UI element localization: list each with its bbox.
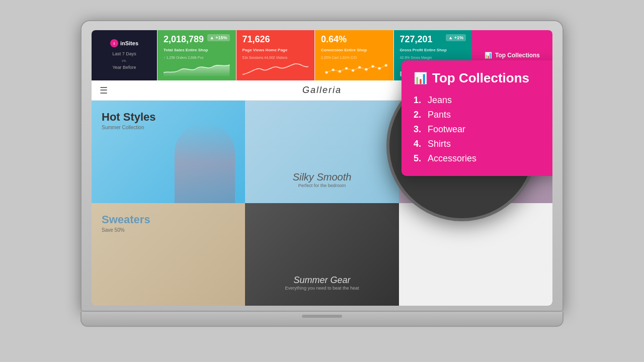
compare-period: Year Before — [112, 64, 136, 71]
panel-silky: Silky Smooth Perfect for the bedroom — [245, 101, 398, 203]
collection-item-footwear: 3. Footwear — [414, 122, 550, 137]
svg-line-16 — [366, 66, 373, 69]
item-name-1: Jeans — [428, 95, 452, 106]
sweaters-subtitle: Save 50% — [102, 227, 150, 233]
svg-line-17 — [373, 66, 379, 68]
item-num-2: 2. — [414, 110, 424, 120]
metric-header-conv: 0.64% — [321, 34, 387, 45]
hot-styles-label: Hot Styles Summer Collection — [102, 111, 156, 130]
screen-content: i inSites Last 7 Days vs. Year Before 2,… — [92, 30, 552, 306]
collections-card: 📊 Top Collections 1. Jeans 2. Pants — [401, 60, 552, 176]
insites-logo-icon: i — [110, 39, 118, 47]
current-period: Last 7 Days — [112, 50, 136, 57]
gp-value: 727,201 — [400, 34, 433, 45]
collection-item-shirts: 4. Shirts — [414, 137, 550, 151]
pv-value: 71,626 — [243, 34, 270, 45]
model-figure — [175, 123, 235, 203]
conv-value: 0.64% — [321, 34, 347, 45]
conv-label: Conversion Entire Shop — [321, 48, 387, 52]
insites-panel: i inSites Last 7 Days vs. Year Before — [92, 30, 157, 80]
item-name-3: Footwear — [428, 124, 465, 135]
conv-chart — [321, 62, 387, 76]
metric-total-sales: 2,018,789 ▲ +15% Total Sales Entire Shop… — [157, 30, 236, 80]
sales-label: Total Sales Entire Shop — [164, 48, 230, 52]
gp-label: Gross Profit Entire Shop — [400, 48, 466, 52]
svg-line-12 — [340, 68, 346, 71]
laptop-lid: i inSites Last 7 Days vs. Year Before 2,… — [80, 20, 564, 312]
hot-styles-subtitle: Summer Collection — [102, 125, 156, 130]
summer-title: Summer Gear — [245, 275, 398, 286]
summer-sub: Everything you need to beat the heat — [245, 286, 398, 291]
store-logo: Galleria — [302, 85, 342, 96]
vs-label: vs. — [112, 58, 136, 64]
sweaters-title: Sweaters — [102, 213, 150, 226]
date-range: Last 7 Days vs. Year Before — [112, 50, 136, 71]
insites-logo: i inSites — [110, 39, 138, 47]
item-num-4: 4. — [414, 139, 424, 149]
hamburger-icon[interactable]: ☰ — [100, 85, 108, 96]
svg-line-15 — [360, 67, 366, 69]
laptop-container: i inSites Last 7 Days vs. Year Before 2,… — [80, 20, 564, 342]
metric-header-gp: 727,201 ▲ +1% — [400, 34, 466, 45]
summer-label: Summer Gear Everything you need to beat … — [245, 275, 398, 291]
item-num-3: 3. — [414, 124, 424, 135]
sweaters-label: Sweaters Save 50% — [102, 213, 150, 233]
panel-sweaters: Sweaters Save 50% — [92, 203, 245, 306]
panel-hot-styles: Hot Styles Summer Collection — [92, 101, 245, 203]
svg-line-18 — [379, 65, 386, 68]
sales-sub: ↑ 1,256 Orders 2,668 Pcs — [164, 56, 230, 59]
tc-btn-icon: 📊 — [485, 52, 492, 59]
sales-chart — [164, 62, 230, 76]
metric-page-views: 71,626 Page Views Home Page 51k Sessions… — [236, 30, 315, 80]
svg-line-10 — [327, 70, 333, 72]
tc-btn-label: Top Collections — [495, 52, 540, 59]
collections-header: 📊 Top Collections — [414, 70, 550, 86]
collections-list: 1. Jeans 2. Pants 3. Footwear 4. — [414, 93, 550, 166]
gp-badge: ▲ +1% — [446, 34, 466, 41]
svg-line-13 — [346, 68, 353, 70]
pv-chart — [243, 62, 309, 76]
collections-card-icon: 📊 — [414, 72, 427, 85]
screen-bezel: i inSites Last 7 Days vs. Year Before 2,… — [92, 30, 552, 306]
gp-sub: 42.9% Gross Margin — [400, 56, 466, 59]
collection-item-accessories: 5. Accessories — [414, 151, 550, 166]
sales-badge: ▲ +15% — [207, 34, 230, 41]
sales-value: 2,018,789 — [164, 34, 204, 45]
silky-title: Silky Smooth — [245, 171, 398, 183]
hot-styles-title: Hot Styles — [102, 111, 156, 124]
metric-header-pv: 71,626 — [243, 34, 309, 45]
panel-summer-gear: Summer Gear Everything you need to beat … — [245, 203, 398, 306]
item-num-1: 1. — [414, 95, 424, 106]
svg-line-14 — [353, 67, 360, 70]
silky-label: Silky Smooth Perfect for the bedroom — [245, 171, 398, 188]
collection-item-jeans: 1. Jeans — [414, 93, 550, 108]
silky-sub: Perfect for the bedroom — [245, 183, 398, 188]
item-num-5: 5. — [414, 153, 424, 164]
conv-sub: 2.25% Cart 1.60% C/O — [321, 56, 387, 59]
metric-header: 2,018,789 ▲ +15% — [164, 34, 230, 45]
collections-card-title: Top Collections — [432, 70, 529, 86]
item-name-4: Shirts — [428, 139, 451, 149]
item-name-5: Accessories — [428, 153, 476, 164]
insites-name: inSites — [120, 40, 138, 46]
pv-label: Page Views Home Page — [243, 48, 309, 52]
pv-sub: 51k Sessions 44,002 Visitors — [243, 56, 309, 59]
item-name-2: Pants — [428, 110, 451, 120]
collection-item-pants: 2. Pants — [414, 108, 550, 122]
metric-conversion: 0.64% Conversion Entire Shop 2.25% Cart … — [314, 30, 393, 80]
laptop-base — [80, 312, 564, 327]
